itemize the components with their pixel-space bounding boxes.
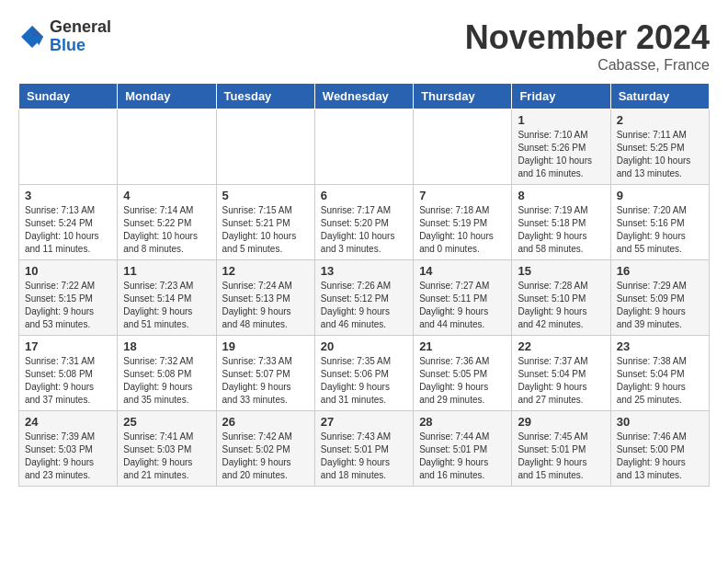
day-number: 25 [123,415,210,429]
logo-general: General [50,18,111,37]
day-info: Sunrise: 7:14 AM Sunset: 5:22 PM Dayligh… [123,204,210,256]
day-info: Sunrise: 7:13 AM Sunset: 5:24 PM Dayligh… [25,204,111,256]
calendar-header-row: SundayMondayTuesdayWednesdayThursdayFrid… [19,84,710,109]
calendar-cell: 27Sunrise: 7:43 AM Sunset: 5:01 PM Dayli… [314,411,413,487]
day-info: Sunrise: 7:37 AM Sunset: 5:04 PM Dayligh… [518,355,604,407]
day-header: Saturday [610,84,709,109]
day-number: 16 [617,264,703,278]
day-info: Sunrise: 7:31 AM Sunset: 5:08 PM Dayligh… [25,355,111,407]
calendar-cell: 22Sunrise: 7:37 AM Sunset: 5:04 PM Dayli… [512,336,610,411]
day-info: Sunrise: 7:15 AM Sunset: 5:21 PM Dayligh… [222,204,309,256]
day-info: Sunrise: 7:23 AM Sunset: 5:14 PM Dayligh… [123,280,210,331]
calendar-cell [118,109,216,185]
day-number: 19 [222,339,309,353]
calendar-cell: 7Sunrise: 7:18 AM Sunset: 5:19 PM Daylig… [414,185,512,260]
calendar-week-row: 1Sunrise: 7:10 AM Sunset: 5:26 PM Daylig… [19,109,710,185]
day-header: Tuesday [216,84,314,109]
calendar-cell [19,109,118,185]
day-number: 13 [321,264,407,278]
page-header: General Blue November 2024 Cabasse, Fran… [18,18,710,74]
calendar-cell: 9Sunrise: 7:20 AM Sunset: 5:16 PM Daylig… [610,185,709,260]
day-number: 27 [321,415,407,429]
day-header: Sunday [19,84,118,109]
calendar-cell: 28Sunrise: 7:44 AM Sunset: 5:01 PM Dayli… [414,411,512,487]
day-info: Sunrise: 7:36 AM Sunset: 5:05 PM Dayligh… [419,355,506,407]
day-number: 7 [419,189,506,202]
day-number: 29 [518,415,604,429]
svg-marker-1 [32,26,43,37]
day-info: Sunrise: 7:46 AM Sunset: 5:00 PM Dayligh… [617,431,703,482]
month-title: November 2024 [465,18,710,57]
calendar-cell: 23Sunrise: 7:38 AM Sunset: 5:04 PM Dayli… [610,336,709,411]
calendar-cell: 25Sunrise: 7:41 AM Sunset: 5:03 PM Dayli… [118,411,216,487]
day-number: 12 [222,264,309,278]
calendar-cell: 13Sunrise: 7:26 AM Sunset: 5:12 PM Dayli… [314,260,413,336]
calendar-cell: 18Sunrise: 7:32 AM Sunset: 5:08 PM Dayli… [118,336,216,411]
calendar-cell: 2Sunrise: 7:11 AM Sunset: 5:25 PM Daylig… [610,109,709,185]
calendar-cell: 6Sunrise: 7:17 AM Sunset: 5:20 PM Daylig… [314,185,413,260]
day-info: Sunrise: 7:29 AM Sunset: 5:09 PM Dayligh… [617,280,703,331]
day-info: Sunrise: 7:33 AM Sunset: 5:07 PM Dayligh… [222,355,309,407]
day-header: Monday [118,84,216,109]
calendar-cell: 21Sunrise: 7:36 AM Sunset: 5:05 PM Dayli… [414,336,512,411]
day-number: 21 [419,339,506,353]
logo-text: General Blue [50,18,111,55]
calendar-cell [314,109,413,185]
day-header: Friday [512,84,610,109]
logo-blue: Blue [50,37,111,55]
day-number: 10 [25,264,111,278]
day-header: Thursday [414,84,512,109]
calendar-cell: 3Sunrise: 7:13 AM Sunset: 5:24 PM Daylig… [19,185,118,260]
day-info: Sunrise: 7:18 AM Sunset: 5:19 PM Dayligh… [419,204,506,256]
day-info: Sunrise: 7:43 AM Sunset: 5:01 PM Dayligh… [321,431,407,482]
calendar-table: SundayMondayTuesdayWednesdayThursdayFrid… [18,83,710,487]
day-number: 17 [25,339,111,353]
calendar-cell: 17Sunrise: 7:31 AM Sunset: 5:08 PM Dayli… [19,336,118,411]
day-info: Sunrise: 7:11 AM Sunset: 5:25 PM Dayligh… [617,129,703,180]
day-number: 20 [321,339,407,353]
day-info: Sunrise: 7:20 AM Sunset: 5:16 PM Dayligh… [617,204,703,256]
calendar-cell: 26Sunrise: 7:42 AM Sunset: 5:02 PM Dayli… [216,411,314,487]
day-number: 5 [222,189,309,202]
logo: General Blue [18,18,111,55]
day-number: 24 [25,415,111,429]
calendar-cell: 12Sunrise: 7:24 AM Sunset: 5:13 PM Dayli… [216,260,314,336]
day-number: 4 [123,189,210,202]
day-info: Sunrise: 7:24 AM Sunset: 5:13 PM Dayligh… [222,280,309,331]
day-info: Sunrise: 7:42 AM Sunset: 5:02 PM Dayligh… [222,431,309,482]
day-info: Sunrise: 7:26 AM Sunset: 5:12 PM Dayligh… [321,280,407,331]
day-number: 15 [518,264,604,278]
calendar-cell [216,109,314,185]
calendar-cell: 20Sunrise: 7:35 AM Sunset: 5:06 PM Dayli… [314,336,413,411]
title-block: November 2024 Cabasse, France [465,18,710,74]
day-number: 11 [123,264,210,278]
calendar-cell: 24Sunrise: 7:39 AM Sunset: 5:03 PM Dayli… [19,411,118,487]
day-number: 28 [419,415,506,429]
logo-icon [18,23,46,51]
day-number: 30 [617,415,703,429]
day-number: 23 [617,339,703,353]
day-info: Sunrise: 7:45 AM Sunset: 5:01 PM Dayligh… [518,431,604,482]
day-info: Sunrise: 7:38 AM Sunset: 5:04 PM Dayligh… [617,355,703,407]
calendar-cell: 16Sunrise: 7:29 AM Sunset: 5:09 PM Dayli… [610,260,709,336]
day-header: Wednesday [314,84,413,109]
calendar-week-row: 10Sunrise: 7:22 AM Sunset: 5:15 PM Dayli… [19,260,710,336]
day-number: 14 [419,264,506,278]
day-info: Sunrise: 7:22 AM Sunset: 5:15 PM Dayligh… [25,280,111,331]
day-info: Sunrise: 7:32 AM Sunset: 5:08 PM Dayligh… [123,355,210,407]
day-number: 1 [518,113,604,127]
calendar-week-row: 3Sunrise: 7:13 AM Sunset: 5:24 PM Daylig… [19,185,710,260]
day-number: 18 [123,339,210,353]
day-number: 2 [617,113,703,127]
calendar-cell [414,109,512,185]
calendar-cell: 4Sunrise: 7:14 AM Sunset: 5:22 PM Daylig… [118,185,216,260]
day-info: Sunrise: 7:19 AM Sunset: 5:18 PM Dayligh… [518,204,604,256]
calendar-cell: 8Sunrise: 7:19 AM Sunset: 5:18 PM Daylig… [512,185,610,260]
day-info: Sunrise: 7:27 AM Sunset: 5:11 PM Dayligh… [419,280,506,331]
calendar-cell: 10Sunrise: 7:22 AM Sunset: 5:15 PM Dayli… [19,260,118,336]
day-info: Sunrise: 7:41 AM Sunset: 5:03 PM Dayligh… [123,431,210,482]
day-info: Sunrise: 7:44 AM Sunset: 5:01 PM Dayligh… [419,431,506,482]
day-info: Sunrise: 7:39 AM Sunset: 5:03 PM Dayligh… [25,431,111,482]
calendar-week-row: 17Sunrise: 7:31 AM Sunset: 5:08 PM Dayli… [19,336,710,411]
calendar-cell: 14Sunrise: 7:27 AM Sunset: 5:11 PM Dayli… [414,260,512,336]
